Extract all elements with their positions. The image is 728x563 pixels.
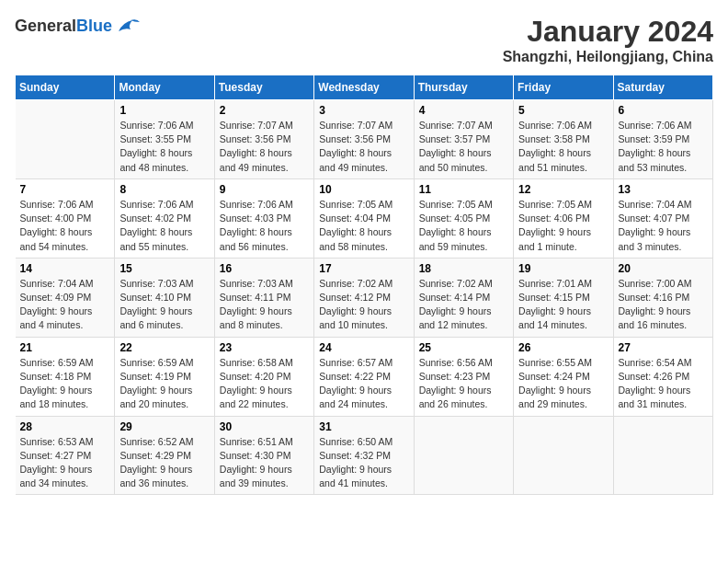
month-title: January 2024 bbox=[503, 15, 713, 49]
day-info: Sunrise: 6:56 AMSunset: 4:23 PMDaylight:… bbox=[419, 356, 508, 412]
calendar-header: SundayMondayTuesdayWednesdayThursdayFrid… bbox=[16, 75, 713, 100]
day-info: Sunrise: 7:06 AMSunset: 4:03 PMDaylight:… bbox=[220, 198, 309, 254]
day-number: 10 bbox=[319, 183, 408, 196]
calendar-cell: 6Sunrise: 7:06 AMSunset: 3:59 PMDaylight… bbox=[613, 100, 712, 179]
calendar-cell: 11Sunrise: 7:05 AMSunset: 4:05 PMDayligh… bbox=[414, 178, 513, 258]
day-info: Sunrise: 6:51 AMSunset: 4:30 PMDaylight:… bbox=[220, 435, 309, 491]
day-number: 15 bbox=[119, 262, 209, 275]
day-info: Sunrise: 7:07 AMSunset: 3:56 PMDaylight:… bbox=[319, 119, 408, 175]
day-info: Sunrise: 7:02 AMSunset: 4:12 PMDaylight:… bbox=[319, 277, 408, 333]
calendar-cell: 7Sunrise: 7:06 AMSunset: 4:00 PMDaylight… bbox=[16, 178, 115, 258]
calendar-cell: 1Sunrise: 7:06 AMSunset: 3:55 PMDaylight… bbox=[115, 100, 214, 179]
day-number: 13 bbox=[619, 183, 708, 196]
day-info: Sunrise: 7:03 AMSunset: 4:10 PMDaylight:… bbox=[119, 277, 209, 333]
calendar-cell: 8Sunrise: 7:06 AMSunset: 4:02 PMDaylight… bbox=[115, 178, 214, 258]
calendar-cell: 25Sunrise: 6:56 AMSunset: 4:23 PMDayligh… bbox=[414, 337, 513, 416]
weekday-header-friday: Friday bbox=[514, 75, 613, 100]
day-number: 16 bbox=[220, 262, 309, 275]
calendar-cell: 19Sunrise: 7:01 AMSunset: 4:15 PMDayligh… bbox=[514, 258, 613, 337]
title-block: January 2024 Shangzhi, Heilongjiang, Chi… bbox=[503, 15, 713, 65]
day-info: Sunrise: 7:07 AMSunset: 3:56 PMDaylight:… bbox=[220, 119, 309, 175]
day-number: 27 bbox=[619, 341, 708, 354]
calendar-cell bbox=[613, 416, 712, 495]
day-number: 23 bbox=[220, 341, 309, 354]
day-info: Sunrise: 7:06 AMSunset: 4:02 PMDaylight:… bbox=[119, 198, 209, 254]
day-info: Sunrise: 7:05 AMSunset: 4:04 PMDaylight:… bbox=[319, 198, 408, 254]
day-number: 29 bbox=[119, 420, 209, 433]
day-number: 4 bbox=[419, 104, 508, 117]
day-number: 24 bbox=[319, 341, 408, 354]
calendar-week-row: 21Sunrise: 6:59 AMSunset: 4:18 PMDayligh… bbox=[16, 337, 713, 416]
day-info: Sunrise: 7:04 AMSunset: 4:07 PMDaylight:… bbox=[619, 198, 708, 254]
day-number: 26 bbox=[518, 341, 608, 354]
day-number: 30 bbox=[220, 420, 309, 433]
day-info: Sunrise: 6:57 AMSunset: 4:22 PMDaylight:… bbox=[319, 356, 408, 412]
weekday-header-row: SundayMondayTuesdayWednesdayThursdayFrid… bbox=[16, 75, 713, 100]
day-info: Sunrise: 6:59 AMSunset: 4:18 PMDaylight:… bbox=[20, 356, 110, 412]
day-info: Sunrise: 6:54 AMSunset: 4:26 PMDaylight:… bbox=[619, 356, 708, 412]
day-number: 14 bbox=[20, 262, 110, 275]
calendar-cell: 31Sunrise: 6:50 AMSunset: 4:32 PMDayligh… bbox=[314, 416, 414, 495]
calendar-cell: 26Sunrise: 6:55 AMSunset: 4:24 PMDayligh… bbox=[514, 337, 613, 416]
day-info: Sunrise: 7:05 AMSunset: 4:06 PMDaylight:… bbox=[518, 198, 608, 254]
calendar-week-row: 14Sunrise: 7:04 AMSunset: 4:09 PMDayligh… bbox=[16, 258, 713, 337]
day-info: Sunrise: 7:03 AMSunset: 4:11 PMDaylight:… bbox=[220, 277, 309, 333]
location-title: Shangzhi, Heilongjiang, China bbox=[503, 49, 713, 65]
day-number: 31 bbox=[319, 420, 408, 433]
day-number: 28 bbox=[20, 420, 110, 433]
calendar-cell: 27Sunrise: 6:54 AMSunset: 4:26 PMDayligh… bbox=[613, 337, 712, 416]
day-info: Sunrise: 7:02 AMSunset: 4:14 PMDaylight:… bbox=[419, 277, 508, 333]
calendar-cell: 3Sunrise: 7:07 AMSunset: 3:56 PMDaylight… bbox=[314, 100, 414, 179]
day-number: 1 bbox=[119, 104, 209, 117]
day-number: 11 bbox=[419, 183, 508, 196]
calendar-cell: 16Sunrise: 7:03 AMSunset: 4:11 PMDayligh… bbox=[214, 258, 313, 337]
calendar-cell bbox=[414, 416, 513, 495]
calendar-cell: 13Sunrise: 7:04 AMSunset: 4:07 PMDayligh… bbox=[613, 178, 712, 258]
day-number: 12 bbox=[518, 183, 608, 196]
day-info: Sunrise: 7:06 AMSunset: 4:00 PMDaylight:… bbox=[20, 198, 110, 254]
day-number: 19 bbox=[518, 262, 608, 275]
calendar-cell: 28Sunrise: 6:53 AMSunset: 4:27 PMDayligh… bbox=[16, 416, 115, 495]
logo-bird-icon bbox=[114, 15, 142, 37]
day-info: Sunrise: 7:06 AMSunset: 3:59 PMDaylight:… bbox=[619, 119, 708, 175]
calendar-week-row: 7Sunrise: 7:06 AMSunset: 4:00 PMDaylight… bbox=[16, 178, 713, 258]
day-info: Sunrise: 6:52 AMSunset: 4:29 PMDaylight:… bbox=[119, 435, 209, 491]
calendar-cell: 29Sunrise: 6:52 AMSunset: 4:29 PMDayligh… bbox=[115, 416, 214, 495]
day-info: Sunrise: 7:07 AMSunset: 3:57 PMDaylight:… bbox=[419, 119, 508, 175]
calendar-cell: 17Sunrise: 7:02 AMSunset: 4:12 PMDayligh… bbox=[314, 258, 414, 337]
calendar-cell: 4Sunrise: 7:07 AMSunset: 3:57 PMDaylight… bbox=[414, 100, 513, 179]
day-info: Sunrise: 6:55 AMSunset: 4:24 PMDaylight:… bbox=[518, 356, 608, 412]
day-info: Sunrise: 6:59 AMSunset: 4:19 PMDaylight:… bbox=[119, 356, 209, 412]
calendar-cell: 14Sunrise: 7:04 AMSunset: 4:09 PMDayligh… bbox=[16, 258, 115, 337]
logo: GeneralBlue bbox=[15, 15, 142, 37]
calendar-cell: 9Sunrise: 7:06 AMSunset: 4:03 PMDaylight… bbox=[214, 178, 313, 258]
day-number: 2 bbox=[220, 104, 309, 117]
weekday-header-thursday: Thursday bbox=[414, 75, 513, 100]
day-number: 8 bbox=[119, 183, 209, 196]
day-number: 20 bbox=[619, 262, 708, 275]
day-info: Sunrise: 7:00 AMSunset: 4:16 PMDaylight:… bbox=[619, 277, 708, 333]
calendar-cell: 5Sunrise: 7:06 AMSunset: 3:58 PMDaylight… bbox=[514, 100, 613, 179]
day-number: 9 bbox=[220, 183, 309, 196]
page-header: GeneralBlue January 2024 Shangzhi, Heilo… bbox=[15, 15, 713, 65]
calendar-cell: 20Sunrise: 7:00 AMSunset: 4:16 PMDayligh… bbox=[613, 258, 712, 337]
weekday-header-monday: Monday bbox=[115, 75, 214, 100]
calendar-cell: 18Sunrise: 7:02 AMSunset: 4:14 PMDayligh… bbox=[414, 258, 513, 337]
day-number: 17 bbox=[319, 262, 408, 275]
calendar-body: 1Sunrise: 7:06 AMSunset: 3:55 PMDaylight… bbox=[16, 100, 713, 495]
day-number: 22 bbox=[119, 341, 209, 354]
weekday-header-saturday: Saturday bbox=[613, 75, 712, 100]
calendar-cell: 24Sunrise: 6:57 AMSunset: 4:22 PMDayligh… bbox=[314, 337, 414, 416]
day-info: Sunrise: 6:58 AMSunset: 4:20 PMDaylight:… bbox=[220, 356, 309, 412]
weekday-header-tuesday: Tuesday bbox=[214, 75, 313, 100]
calendar-table: SundayMondayTuesdayWednesdayThursdayFrid… bbox=[15, 75, 713, 495]
calendar-cell: 23Sunrise: 6:58 AMSunset: 4:20 PMDayligh… bbox=[214, 337, 313, 416]
calendar-cell bbox=[16, 100, 115, 179]
day-number: 7 bbox=[20, 183, 110, 196]
day-number: 25 bbox=[419, 341, 508, 354]
calendar-cell: 15Sunrise: 7:03 AMSunset: 4:10 PMDayligh… bbox=[115, 258, 214, 337]
day-info: Sunrise: 7:01 AMSunset: 4:15 PMDaylight:… bbox=[518, 277, 608, 333]
calendar-cell: 21Sunrise: 6:59 AMSunset: 4:18 PMDayligh… bbox=[16, 337, 115, 416]
day-info: Sunrise: 6:50 AMSunset: 4:32 PMDaylight:… bbox=[319, 435, 408, 491]
calendar-week-row: 1Sunrise: 7:06 AMSunset: 3:55 PMDaylight… bbox=[16, 100, 713, 179]
